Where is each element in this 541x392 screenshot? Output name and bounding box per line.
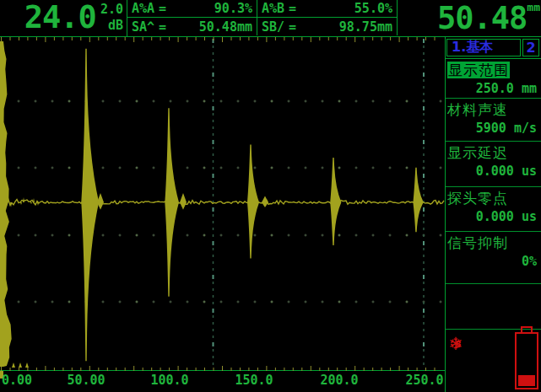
material-velocity-label: 材料声速 <box>447 101 539 119</box>
display-delay-value: 0.000 us <box>447 164 539 179</box>
sidebar-empty-slot <box>446 284 541 330</box>
sidebar-item-material-velocity[interactable]: 材料声速 5900 m/s <box>446 99 541 142</box>
axis-tick-200: 200.0 <box>320 373 358 388</box>
axis-tick-250: 250.0 <box>405 373 443 388</box>
primary-reading-value: 50.48 <box>437 0 527 36</box>
gain-readout: 24.0 2.0 dB <box>0 0 127 36</box>
flaw-detector-screen: 24.0 2.0 dB A%A = 90.3% A%B = 55.0% SA^ … <box>0 0 541 392</box>
battery-terminal <box>521 326 533 332</box>
battery-body <box>515 332 538 389</box>
battery-fill <box>518 375 535 386</box>
ascan-plot <box>0 37 445 371</box>
sidebar-item-display-delay[interactable]: 显示延迟 0.000 us <box>446 142 541 187</box>
primary-reading: 50.48 mm <box>398 0 541 36</box>
meas-cell-sb: SB/ = 98.75mm <box>257 18 398 35</box>
top-status-bar: 24.0 2.0 dB A%A = 90.3% A%B = 55.0% SA^ … <box>0 0 541 37</box>
probe-zero-value: 0.000 us <box>447 209 539 224</box>
freeze-icon: ❄ B <box>448 333 472 357</box>
material-velocity-value: 5900 m/s <box>447 121 539 136</box>
rejection-value: 0% <box>447 254 539 269</box>
x-axis: 0.00 50.00 100.0 150.0 200.0 250.0 <box>0 371 445 391</box>
display-delay-label: 显示延迟 <box>447 144 539 162</box>
meas-cell-a-percent-a: A%A = 90.3% <box>127 0 257 18</box>
status-icon-area: ❄ B <box>446 330 541 392</box>
sidebar-item-display-range[interactable]: 显示范围 250.0 mm <box>446 59 541 99</box>
baseline-trace <box>0 197 444 368</box>
meas-cell-a-percent-b: A%B = 55.0% <box>257 0 398 18</box>
gain-step: 2.0 <box>100 2 123 18</box>
sidebar-item-rejection[interactable]: 信号抑制 0% <box>446 232 541 284</box>
menu-tab-bar: 1.基本 2 <box>446 37 541 59</box>
freeze-letter: B <box>456 340 461 349</box>
measurement-table: A%A = 90.3% A%B = 55.0% SA^ = 50.48mm SB… <box>127 0 398 36</box>
gain-unit: dB <box>108 18 123 34</box>
echo-group <box>81 49 424 362</box>
probe-zero-label: 探头零点 <box>447 190 539 207</box>
display-range-label: 显示范围 <box>447 62 510 78</box>
rejection-label: 信号抑制 <box>447 234 539 252</box>
tab-basic[interactable]: 1.基本 <box>446 39 521 56</box>
axis-tick-150: 150.0 <box>235 373 273 388</box>
menu-sidebar: 1.基本 2 显示范围 250.0 mm 材料声速 5900 m/s 显示延迟 … <box>445 37 541 392</box>
axis-tick-50: 50.00 <box>67 373 105 388</box>
battery-icon <box>515 326 538 389</box>
gain-value: 24.0 <box>24 0 96 35</box>
sidebar-item-probe-zero[interactable]: 探头零点 0.000 us <box>446 187 541 232</box>
tab-page-2[interactable]: 2 <box>522 39 539 56</box>
axis-tick-100: 100.0 <box>150 373 188 388</box>
display-range-value: 250.0 mm <box>447 81 539 96</box>
primary-reading-unit: mm <box>527 1 540 13</box>
meas-cell-sa: SA^ = 50.48mm <box>127 18 257 35</box>
waveform-svg <box>0 37 445 371</box>
edge-ticks <box>2 37 436 371</box>
axis-tick-0: 0.00 <box>2 373 32 388</box>
